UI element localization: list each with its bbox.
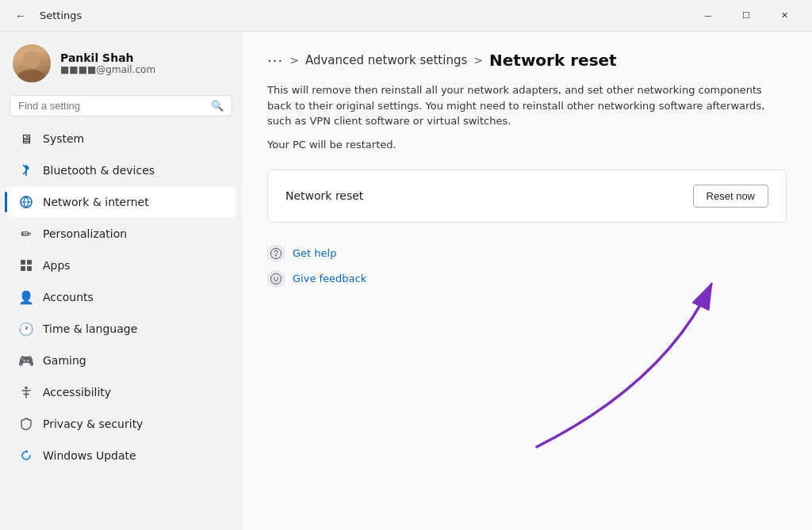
- search-icon: 🔍: [211, 100, 224, 112]
- network-icon: [19, 195, 33, 209]
- get-help-item[interactable]: Get help: [267, 245, 787, 262]
- svg-point-8: [274, 276, 275, 278]
- sidebar-item-gaming[interactable]: 🎮 Gaming: [6, 345, 236, 376]
- restart-note: Your PC will be restarted.: [267, 139, 787, 151]
- svg-rect-2: [27, 260, 32, 265]
- avatar-head: [23, 51, 40, 68]
- sidebar-item-label: Bluetooth & devices: [43, 164, 155, 177]
- sidebar-item-label: Apps: [43, 259, 71, 272]
- sidebar-item-label: Accessibility: [43, 386, 111, 398]
- sidebar-item-privacy[interactable]: Privacy & security: [6, 409, 236, 439]
- sidebar-item-network[interactable]: Network & internet: [6, 187, 236, 217]
- sidebar-item-label: Windows Update: [43, 449, 136, 462]
- svg-rect-4: [27, 266, 32, 271]
- sidebar-item-label: Accounts: [43, 291, 94, 303]
- accounts-icon: 👤: [19, 290, 33, 304]
- title-bar: ← Settings ─ ☐ ✕: [0, 0, 812, 32]
- sidebar: Pankil Shah ■■■■@gmail.com 🔍 🖥 System: [0, 32, 242, 530]
- sidebar-item-time[interactable]: 🕐 Time & language: [6, 314, 236, 344]
- avatar: [13, 44, 51, 82]
- sidebar-item-label: System: [43, 132, 84, 145]
- sidebar-item-bluetooth[interactable]: Bluetooth & devices: [6, 155, 236, 185]
- main-inner: ··· > Advanced network settings > Networ…: [267, 51, 787, 288]
- sidebar-item-apps[interactable]: Apps: [6, 250, 236, 280]
- profile-info: Pankil Shah ■■■■@gmail.com: [60, 51, 155, 75]
- description-text: This will remove then reinstall all your…: [267, 82, 775, 129]
- get-help-link[interactable]: Get help: [293, 247, 336, 259]
- accessibility-icon: [19, 385, 33, 399]
- give-feedback-item[interactable]: Give feedback: [267, 270, 787, 288]
- avatar-image: [13, 44, 51, 82]
- profile-section[interactable]: Pankil Shah ■■■■@gmail.com: [0, 32, 242, 92]
- breadcrumb-current: Network reset: [489, 51, 617, 70]
- sidebar-item-label: Time & language: [43, 322, 137, 335]
- title-bar-left: ← Settings: [10, 5, 690, 27]
- minimize-button[interactable]: ─: [690, 3, 726, 29]
- help-links: Get help Give feedback: [267, 245, 787, 288]
- privacy-icon: [19, 417, 33, 431]
- close-button[interactable]: ✕: [766, 3, 802, 29]
- sidebar-item-system[interactable]: 🖥 System: [6, 124, 236, 154]
- sidebar-item-accessibility[interactable]: Accessibility: [6, 377, 236, 407]
- give-feedback-icon: [267, 270, 285, 288]
- svg-point-5: [25, 387, 28, 390]
- window-controls: ─ ☐ ✕: [690, 3, 802, 29]
- back-button[interactable]: ←: [10, 5, 32, 27]
- system-icon: 🖥: [19, 132, 33, 146]
- sidebar-item-label: Privacy & security: [43, 418, 143, 430]
- bluetooth-icon: [19, 163, 33, 177]
- reset-label: Network reset: [285, 189, 363, 202]
- sidebar-item-accounts[interactable]: 👤 Accounts: [6, 282, 236, 312]
- personalization-icon: ✏️: [19, 227, 33, 241]
- main-content: ··· > Advanced network settings > Networ…: [242, 32, 812, 530]
- apps-icon: [19, 258, 33, 273]
- sidebar-item-update[interactable]: Windows Update: [6, 440, 236, 471]
- content-area: Pankil Shah ■■■■@gmail.com 🔍 🖥 System: [0, 32, 812, 530]
- svg-point-7: [271, 273, 282, 284]
- gaming-icon: 🎮: [19, 353, 33, 368]
- maximize-button[interactable]: ☐: [728, 3, 764, 29]
- svg-rect-3: [21, 266, 25, 271]
- sidebar-item-label: Personalization: [43, 227, 127, 240]
- get-help-icon: [267, 245, 285, 262]
- breadcrumb-sep1: >: [289, 54, 299, 67]
- breadcrumb-link[interactable]: Advanced network settings: [305, 53, 467, 67]
- window-title: Settings: [40, 10, 82, 21]
- breadcrumb-sep2: >: [473, 54, 483, 67]
- give-feedback-link[interactable]: Give feedback: [293, 273, 366, 284]
- search-box[interactable]: 🔍: [10, 95, 232, 116]
- profile-email: ■■■■@gmail.com: [60, 64, 155, 75]
- svg-rect-1: [21, 260, 25, 265]
- breadcrumb: ··· > Advanced network settings > Networ…: [267, 51, 787, 70]
- time-icon: 🕐: [19, 322, 33, 336]
- svg-point-9: [277, 276, 278, 278]
- reset-now-button[interactable]: Reset now: [693, 185, 768, 208]
- sidebar-item-label: Network & internet: [43, 196, 149, 208]
- profile-name: Pankil Shah: [60, 51, 155, 64]
- reset-card: Network reset Reset now: [267, 170, 787, 223]
- avatar-body: [18, 70, 45, 82]
- breadcrumb-dots[interactable]: ···: [267, 52, 283, 69]
- sidebar-item-label: Gaming: [43, 354, 86, 367]
- search-input[interactable]: [18, 100, 211, 112]
- settings-window: ← Settings ─ ☐ ✕ Pankil Shah ■■■■@g: [0, 0, 812, 530]
- sidebar-item-personalization[interactable]: ✏️ Personalization: [6, 219, 236, 249]
- update-icon: [19, 448, 33, 463]
